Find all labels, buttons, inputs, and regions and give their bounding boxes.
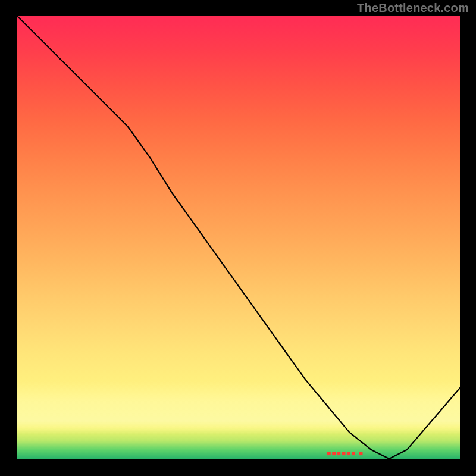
plot-area: [17, 16, 460, 459]
attribution-text: TheBottleneck.com: [357, 1, 469, 15]
chart-stage: TheBottleneck.com ■■■■■■ ■: [0, 0, 476, 476]
optimal-marker: ■■■■■■ ■: [327, 449, 364, 458]
